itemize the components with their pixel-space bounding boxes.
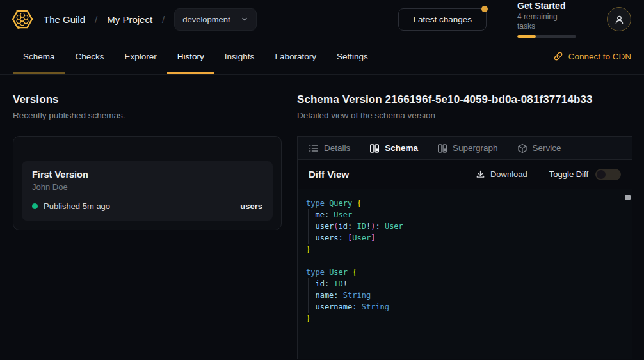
- version-list-item[interactable]: First Version John Doe Published 5m ago …: [22, 161, 273, 221]
- version-detail-subtitle: Detailed view of the schema version: [297, 111, 632, 120]
- code-line: [306, 255, 619, 267]
- code-line: }: [306, 244, 619, 255]
- tab-supergraph-label: Supergraph: [453, 143, 498, 153]
- header-right: Latest changes Get Started 4 remaining t…: [398, 1, 631, 38]
- code-lines: type Query { me: User user(id: ID!): Use…: [298, 189, 632, 333]
- breadcrumb: The Guild / My Project / development: [44, 8, 257, 31]
- columns-icon: [437, 143, 447, 153]
- latest-changes-label: Latest changes: [413, 15, 472, 24]
- tab-schema-view[interactable]: Schema: [369, 143, 418, 153]
- user-avatar[interactable]: [607, 7, 631, 31]
- breadcrumb-org[interactable]: The Guild: [44, 14, 85, 25]
- code-line: }: [306, 313, 619, 324]
- version-detail-section: Schema Version 2166196f-5e10-4059-bd0a-0…: [297, 75, 644, 359]
- diff-view-title: Diff View: [309, 169, 349, 180]
- version-author: John Doe: [32, 182, 262, 192]
- download-button[interactable]: Download: [476, 169, 527, 179]
- versions-list: First Version John Doe Published 5m ago …: [13, 136, 282, 230]
- download-label: Download: [490, 169, 527, 179]
- tab-supergraph[interactable]: Supergraph: [437, 143, 498, 153]
- toggle-knob: [597, 170, 606, 179]
- versions-section: Versions Recently published schemas. Fir…: [0, 75, 297, 230]
- tab-schema-view-label: Schema: [385, 143, 418, 153]
- code-line: id: ID!: [306, 278, 619, 290]
- version-detail-title: Schema Version 2166196f-5e10-4059-bd0a-0…: [297, 93, 632, 106]
- detail-tabs: Details Schema Super: [298, 137, 632, 160]
- cube-icon: [517, 143, 527, 153]
- toggle-diff-switch[interactable]: [595, 169, 621, 180]
- tab-details[interactable]: Details: [309, 143, 350, 153]
- person-icon: [613, 13, 625, 26]
- code-scrollbar-thumb[interactable]: [625, 195, 631, 200]
- breadcrumb-separator: /: [95, 14, 97, 25]
- target-nav: Schema Checks Explorer History Insights …: [0, 38, 644, 75]
- tab-service-label: Service: [533, 143, 561, 153]
- app-header: The Guild / My Project / development Lat…: [0, 0, 644, 38]
- target-selector-value: development: [182, 15, 230, 24]
- get-started-progress-bar: [517, 35, 576, 38]
- code-line: user(id: ID!): User: [306, 221, 619, 232]
- diff-actions: Download Toggle Diff: [476, 169, 621, 180]
- tab-insights[interactable]: Insights: [214, 38, 265, 74]
- list-icon: [309, 143, 319, 153]
- main-content: Versions Recently published schemas. Fir…: [0, 75, 644, 359]
- hive-hexagon-icon: [10, 7, 35, 31]
- breadcrumb-separator: /: [162, 14, 165, 25]
- code-line: type User {: [306, 267, 619, 278]
- tab-laboratory[interactable]: Laboratory: [264, 38, 326, 74]
- version-name: First Version: [32, 169, 262, 180]
- chevron-down-icon: [241, 15, 248, 23]
- tab-explorer[interactable]: Explorer: [115, 38, 167, 74]
- version-service-badge: users: [240, 201, 262, 211]
- tab-settings[interactable]: Settings: [326, 38, 378, 74]
- code-line: users: [User]: [306, 232, 619, 244]
- get-started-widget[interactable]: Get Started 4 remaining tasks: [517, 1, 576, 38]
- breadcrumb-project[interactable]: My Project: [107, 14, 152, 25]
- download-icon: [476, 169, 485, 179]
- tab-details-label: Details: [324, 143, 350, 153]
- tab-service[interactable]: Service: [517, 143, 561, 153]
- progress-fill: [517, 35, 536, 38]
- notification-dot: [481, 6, 488, 12]
- connect-to-cdn-label: Connect to CDN: [568, 52, 631, 61]
- tab-checks[interactable]: Checks: [65, 38, 115, 74]
- versions-title: Versions: [13, 93, 282, 106]
- diff-header: Diff View Download Toggle Diff: [298, 160, 632, 189]
- code-line: username: String: [306, 301, 619, 313]
- connect-to-cdn-link[interactable]: Connect to CDN: [553, 38, 631, 74]
- hive-logo[interactable]: [10, 7, 35, 31]
- version-status: Published 5m ago: [44, 201, 110, 211]
- version-meta-row: Published 5m ago users: [32, 201, 262, 211]
- latest-changes-button[interactable]: Latest changes: [398, 8, 487, 31]
- code-line: name: String: [306, 290, 619, 301]
- version-detail-panel: Details Schema Super: [297, 136, 632, 359]
- code-scrollbar[interactable]: [624, 189, 632, 359]
- columns-icon: [369, 143, 380, 153]
- tab-history[interactable]: History: [167, 38, 214, 74]
- schema-code-viewer[interactable]: type Query { me: User user(id: ID!): Use…: [298, 189, 632, 359]
- get-started-subtitle: 4 remaining tasks: [517, 12, 576, 31]
- code-line: me: User: [306, 209, 619, 221]
- target-selector[interactable]: development: [174, 8, 256, 31]
- toggle-diff-label: Toggle Diff: [549, 169, 588, 179]
- toggle-diff-control: Toggle Diff: [549, 169, 621, 180]
- link-icon: [553, 51, 563, 61]
- tab-schema[interactable]: Schema: [13, 38, 65, 74]
- versions-subtitle: Recently published schemas.: [13, 111, 282, 120]
- get-started-title: Get Started: [517, 1, 576, 12]
- published-status-dot: [32, 203, 38, 209]
- code-line: type Query {: [306, 198, 619, 209]
